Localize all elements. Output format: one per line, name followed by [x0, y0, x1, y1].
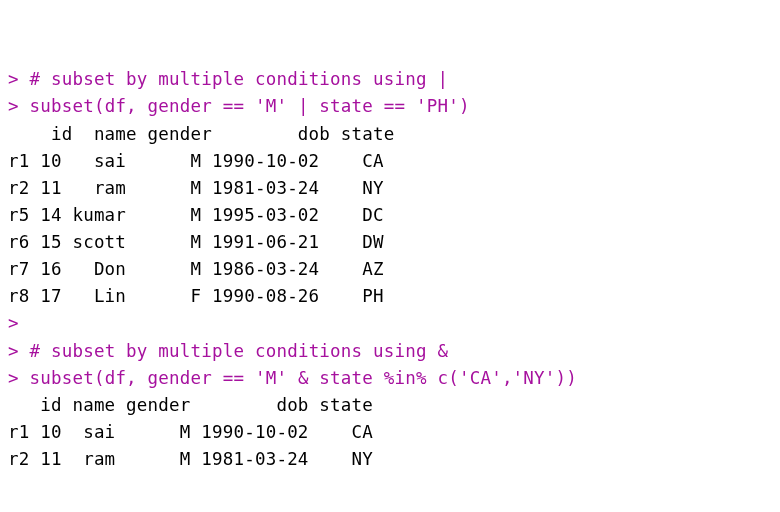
- table1-row: r2 11 ram M 1981-03-24 NY: [8, 178, 384, 198]
- comment-text: # subset by multiple conditions using &: [30, 341, 449, 361]
- code-text: subset(df, gender == 'M' & state %in% c(…: [30, 368, 578, 388]
- prompt: >: [8, 69, 19, 89]
- table1-row: r6 15 scott M 1991-06-21 DW: [8, 232, 384, 252]
- table1-row: r8 17 Lin F 1990-08-26 PH: [8, 286, 384, 306]
- comment-line-2: > # subset by multiple conditions using …: [8, 341, 448, 361]
- table1-row: r5 14 kumar M 1995-03-02 DC: [8, 205, 384, 225]
- console-output: > # subset by multiple conditions using …: [8, 66, 772, 473]
- table2-row: r1 10 sai M 1990-10-02 CA: [8, 422, 373, 442]
- table1-row: r1 10 sai M 1990-10-02 CA: [8, 151, 384, 171]
- comment-line-1: > # subset by multiple conditions using …: [8, 69, 448, 89]
- prompt: >: [8, 313, 19, 333]
- prompt: >: [8, 341, 19, 361]
- table2-row: r2 11 ram M 1981-03-24 NY: [8, 449, 373, 469]
- prompt: >: [8, 368, 19, 388]
- table2-header: id name gender dob state: [8, 395, 373, 415]
- comment-text: # subset by multiple conditions using |: [30, 69, 449, 89]
- empty-prompt: >: [8, 313, 30, 333]
- prompt: >: [8, 96, 19, 116]
- code-line-1: > subset(df, gender == 'M' | state == 'P…: [8, 96, 470, 116]
- code-text: subset(df, gender == 'M' | state == 'PH'…: [30, 96, 470, 116]
- code-line-2: > subset(df, gender == 'M' & state %in% …: [8, 368, 577, 388]
- table1-header: id name gender dob state: [8, 124, 395, 144]
- table1-row: r7 16 Don M 1986-03-24 AZ: [8, 259, 384, 279]
